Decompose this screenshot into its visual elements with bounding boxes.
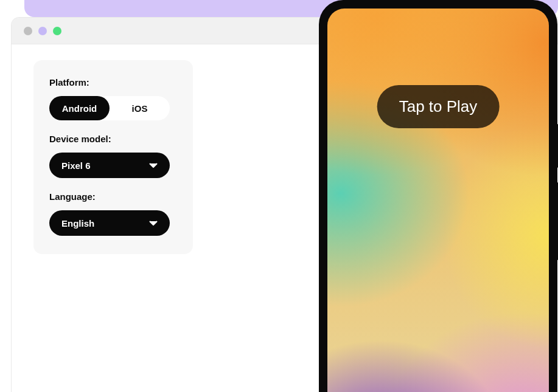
device-frame: Tap to Play: [319, 0, 557, 392]
device-model-section: Device model: Pixel 6: [49, 134, 177, 178]
chevron-down-icon: [149, 220, 158, 226]
device-model-value: Pixel 6: [61, 160, 91, 171]
platform-section: Platform: Android iOS: [49, 77, 177, 120]
language-section: Language: English: [49, 191, 177, 236]
device-model-label: Device model:: [49, 134, 177, 144]
maximize-icon[interactable]: [53, 27, 61, 35]
device-model-dropdown[interactable]: Pixel 6: [49, 153, 170, 178]
chevron-down-icon: [149, 162, 158, 168]
language-value: English: [61, 218, 94, 229]
minimize-icon[interactable]: [38, 27, 47, 35]
platform-ios-button[interactable]: iOS: [110, 96, 170, 120]
tap-to-play-button[interactable]: Tap to Play: [377, 85, 500, 128]
platform-label: Platform:: [49, 77, 177, 88]
platform-segmented: Android iOS: [49, 96, 170, 120]
platform-android-button[interactable]: Android: [49, 96, 110, 120]
language-label: Language:: [49, 191, 177, 202]
language-dropdown[interactable]: English: [49, 210, 170, 236]
device-screen[interactable]: Tap to Play: [327, 9, 549, 392]
controls-panel: Platform: Android iOS Device model: Pixe…: [33, 60, 193, 254]
close-icon[interactable]: [24, 27, 32, 35]
